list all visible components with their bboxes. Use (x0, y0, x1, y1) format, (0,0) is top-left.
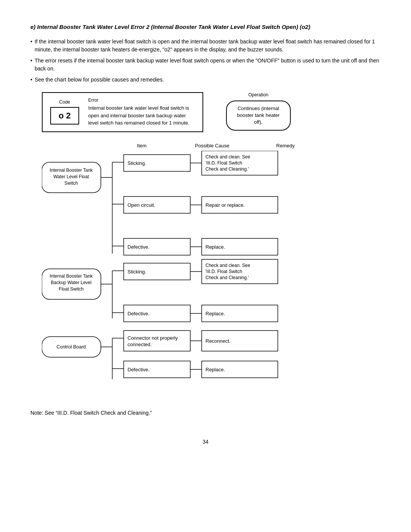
svg-text:Connector not properly: Connector not properly (127, 335, 178, 341)
svg-text:Defective.: Defective. (127, 367, 150, 372)
bullet-2: • The error resets if the internal boost… (30, 57, 381, 73)
svg-text:Open circuit.: Open circuit. (127, 202, 155, 208)
diagram: Item Possible Cause Remedy Internal Boos… (42, 143, 381, 387)
svg-rect-51 (124, 331, 190, 351)
svg-text:Reconnect.: Reconnect. (206, 338, 231, 344)
operation-label: Operation (226, 92, 291, 97)
svg-text:Check and clean. See: Check and clean. See (206, 154, 250, 160)
bullet-text-1: If the internal booster tank water level… (35, 38, 381, 54)
svg-text:Check and Cleaning.': Check and Cleaning.' (206, 166, 249, 172)
svg-text:Switch: Switch (64, 181, 78, 186)
svg-text:Replace.: Replace. (206, 367, 225, 372)
bullet-1: • If the internal booster tank water lev… (30, 38, 381, 54)
col-header-remedy: Remedy (247, 143, 323, 149)
bullet-text-2: The error resets if the internal booster… (35, 57, 381, 73)
operation-section: Operation Continues (internal booster ta… (226, 92, 291, 131)
svg-text:Control Board: Control Board (56, 344, 86, 350)
svg-text:Internal Booster Tank: Internal Booster Tank (49, 273, 93, 279)
page-number: 34 (30, 439, 381, 445)
svg-text:Replace.: Replace. (206, 311, 225, 316)
note: Note: See “III.D. Float Switch Check and… (30, 410, 381, 416)
error-label: Error (88, 97, 195, 103)
bullet-3: • See the chart below for possible cause… (30, 76, 381, 84)
bullet-dot-2: • (30, 57, 32, 73)
svg-text:Internal Booster Tank: Internal Booster Tank (49, 168, 93, 173)
svg-text:Defective.: Defective. (127, 311, 150, 316)
col-header-item: Item (107, 143, 177, 149)
svg-text:Repair or replace.: Repair or replace. (206, 202, 245, 208)
svg-text:Water Level Float: Water Level Float (53, 174, 89, 179)
code-box: o 2 (50, 107, 79, 125)
svg-text:Sticking.: Sticking. (127, 160, 146, 166)
svg-text:Sticking.: Sticking. (127, 269, 146, 275)
section-title: e) Internal Booster Tank Water Level Err… (30, 23, 381, 31)
bullets-container: • If the internal booster tank water lev… (30, 38, 381, 84)
bullet-dot-1: • (30, 38, 32, 54)
error-text: Internal booster tank water level float … (88, 104, 195, 127)
svg-text:Check and Cleaning.': Check and Cleaning.' (206, 275, 249, 280)
operation-box: Continues (internal booster tank heater … (226, 101, 291, 131)
bullet-dot-3: • (30, 76, 32, 84)
svg-text:Check and clean. See: Check and clean. See (206, 263, 250, 268)
svg-text:Float Switch: Float Switch (59, 286, 83, 292)
svg-text:Defective.: Defective. (127, 244, 150, 250)
col-header-cause: Possible Cause (177, 143, 247, 149)
svg-text:Replace.: Replace. (206, 244, 225, 250)
bullet-text-3: See the chart below for possible causes … (35, 76, 164, 84)
code-label: Code (50, 99, 79, 105)
code-section: Code o 2 (50, 99, 79, 125)
svg-text:connected.: connected. (127, 342, 152, 347)
svg-text:'III.D. Float Switch: 'III.D. Float Switch (206, 160, 242, 166)
diagram-svg: Internal Booster Tank Water Level Float … (42, 151, 331, 387)
svg-text:'III.D. Float Switch: 'III.D. Float Switch (206, 269, 242, 274)
svg-text:Backup Water Level: Backup Water Level (51, 280, 92, 285)
error-section: Error Internal booster tank water level … (88, 97, 195, 127)
